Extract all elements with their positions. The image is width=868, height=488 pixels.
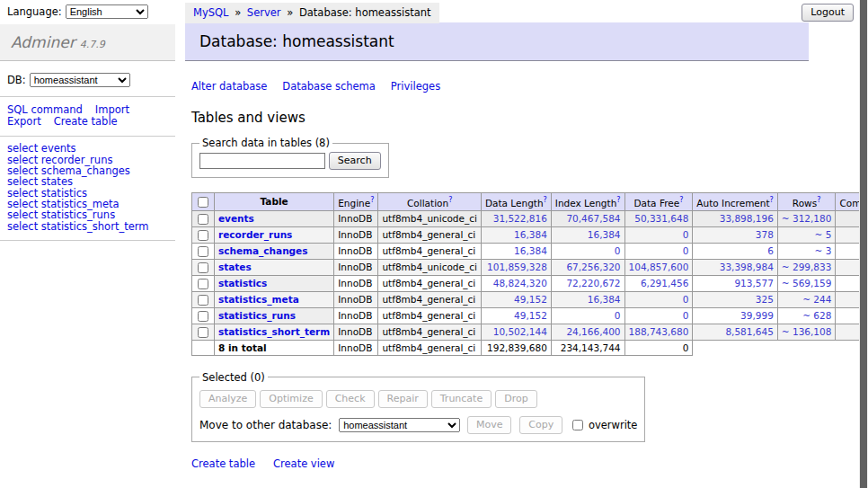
check-button[interactable]: Check xyxy=(326,390,375,408)
value-cell: 72,220,672 xyxy=(551,275,624,291)
move-db-select[interactable]: homeassistant xyxy=(339,418,460,432)
table-link-events[interactable]: events xyxy=(218,213,254,224)
row-checkbox[interactable] xyxy=(198,311,208,322)
table-link-states[interactable]: states xyxy=(218,262,252,272)
value-cell: 33,398,984 xyxy=(693,259,778,275)
row-checkbox[interactable] xyxy=(198,230,208,241)
row-checkbox-cell xyxy=(192,291,215,307)
row-checkbox-cell xyxy=(192,259,215,275)
database-schema-link[interactable]: Database schema xyxy=(282,80,375,93)
row-checkbox[interactable] xyxy=(198,327,208,338)
help-link[interactable]: ? xyxy=(616,196,620,204)
optimize-button[interactable]: Optimize xyxy=(260,390,322,408)
drop-button[interactable]: Drop xyxy=(495,390,536,408)
table-name-cell: statistics_meta xyxy=(215,291,334,307)
alter-database-link[interactable]: Alter database xyxy=(191,80,267,93)
collation-cell: utf8mb4_general_ci xyxy=(378,226,481,243)
breadcrumb-link-mysql[interactable]: MySQL xyxy=(193,6,229,19)
value-cell: 378 xyxy=(693,226,778,243)
main-content: MySQL » Server » Database: homeassistant… xyxy=(185,0,868,488)
value-cell: 6 xyxy=(693,243,778,259)
selected-fieldset: Selected (0) AnalyzeOptimizeCheckRepairT… xyxy=(191,371,645,442)
vertical-scrollbar[interactable] xyxy=(859,0,868,488)
create-table-link[interactable]: Create table xyxy=(191,457,255,470)
copy-button[interactable]: Copy xyxy=(519,416,562,434)
table-row-states: statesInnoDButf8mb4_unicode_ci101,859,32… xyxy=(192,259,868,275)
help-link[interactable]: ? xyxy=(448,196,452,204)
value-cell: ~ 244 xyxy=(777,291,836,307)
sidebar-select-states[interactable]: select states xyxy=(7,176,168,187)
tables-table: TableEngine?Collation?Data Length?Index … xyxy=(191,192,868,356)
app-name: Adminer xyxy=(11,33,75,51)
sidebar-select-events[interactable]: select events xyxy=(7,143,168,154)
total-row: 8 in totalInnoDButf8mb4_general_ci192,83… xyxy=(192,340,868,355)
overwrite-checkbox[interactable] xyxy=(572,420,583,430)
breadcrumb-wrap: MySQL » Server » Database: homeassistant xyxy=(185,0,868,20)
language-select[interactable]: English xyxy=(66,4,148,19)
selected-legend: Selected (0) xyxy=(199,371,268,384)
search-input[interactable] xyxy=(199,153,325,169)
value-cell: 16,384 xyxy=(481,243,551,259)
sidebar-link-import[interactable]: Import xyxy=(95,103,129,116)
db-label: DB: xyxy=(7,74,26,86)
table-name-cell: states xyxy=(215,259,334,275)
column-header-data-length: Data Length? xyxy=(481,193,551,211)
value-cell: ~ 312,180 xyxy=(777,210,836,226)
value-cell: 16,384 xyxy=(551,291,624,307)
privileges-link[interactable]: Privileges xyxy=(391,80,440,93)
row-checkbox[interactable] xyxy=(198,246,208,257)
search-button[interactable]: Search xyxy=(329,152,381,170)
analyze-button[interactable]: Analyze xyxy=(199,390,256,408)
value-cell: 10,502,144 xyxy=(481,324,551,340)
table-name-cell: schema_changes xyxy=(215,243,334,259)
value-cell: 39,999 xyxy=(693,307,778,324)
table-link-statistics_short_term[interactable]: statistics_short_term xyxy=(218,326,330,337)
row-checkbox-cell xyxy=(192,210,215,226)
breadcrumb: MySQL » Server » Database: homeassistant xyxy=(185,3,439,23)
row-checkbox-cell xyxy=(192,307,215,324)
language-row: Language:English xyxy=(0,0,175,24)
collation-cell: utf8mb4_general_ci xyxy=(378,275,481,291)
table-link-statistics_meta[interactable]: statistics_meta xyxy=(218,294,299,305)
column-header-collation: Collation? xyxy=(378,193,481,211)
breadcrumb-link-server[interactable]: Server xyxy=(247,6,281,19)
table-link-recorder_runs[interactable]: recorder_runs xyxy=(218,229,292,240)
help-link[interactable]: ? xyxy=(544,196,547,204)
sidebar-link-sql-command[interactable]: SQL command xyxy=(7,103,83,116)
total-blank-cell xyxy=(693,340,868,355)
table-name-cell: statistics xyxy=(215,275,334,291)
engine-cell: InnoDB xyxy=(334,291,378,307)
create-view-link[interactable]: Create view xyxy=(273,457,334,470)
truncate-button[interactable]: Truncate xyxy=(431,390,492,408)
value-cell: 0 xyxy=(624,243,693,259)
value-cell: 0 xyxy=(551,243,624,259)
move-button[interactable]: Move xyxy=(467,416,512,434)
row-checkbox[interactable] xyxy=(198,279,208,289)
row-checkbox[interactable] xyxy=(198,262,208,273)
value-cell: 31,522,816 xyxy=(481,210,551,226)
help-link[interactable]: ? xyxy=(370,196,374,204)
engine-cell: InnoDB xyxy=(334,243,378,259)
table-link-statistics[interactable]: statistics xyxy=(218,278,267,288)
db-select[interactable]: homeassistant xyxy=(30,73,130,87)
sidebar-select-statistics_runs[interactable]: select statistics_runs xyxy=(7,209,168,220)
database-action-links: Alter databaseDatabase schemaPrivileges xyxy=(191,80,868,93)
sidebar-select-statistics_short_term[interactable]: select statistics_short_term xyxy=(7,221,168,232)
sidebar-link-create-table[interactable]: Create table xyxy=(54,115,118,128)
table-link-statistics_runs[interactable]: statistics_runs xyxy=(218,310,296,321)
sidebar-link-export[interactable]: Export xyxy=(7,115,41,128)
row-checkbox[interactable] xyxy=(198,214,208,225)
repair-button[interactable]: Repair xyxy=(378,390,428,408)
row-checkbox[interactable] xyxy=(198,295,208,306)
engine-cell: InnoDB xyxy=(334,275,378,291)
value-cell: 70,467,584 xyxy=(551,210,624,226)
logout-button[interactable]: Logout xyxy=(802,4,854,22)
help-link[interactable]: ? xyxy=(817,196,820,204)
table-link-schema_changes[interactable]: schema_changes xyxy=(218,245,308,256)
help-link[interactable]: ? xyxy=(679,196,683,204)
db-selector-row: DB:homeassistant xyxy=(0,61,175,97)
row-checkbox-cell xyxy=(192,275,215,291)
scrollbar-thumb[interactable] xyxy=(860,0,867,488)
help-link[interactable]: ? xyxy=(770,196,774,204)
select-all-checkbox[interactable] xyxy=(198,197,208,208)
